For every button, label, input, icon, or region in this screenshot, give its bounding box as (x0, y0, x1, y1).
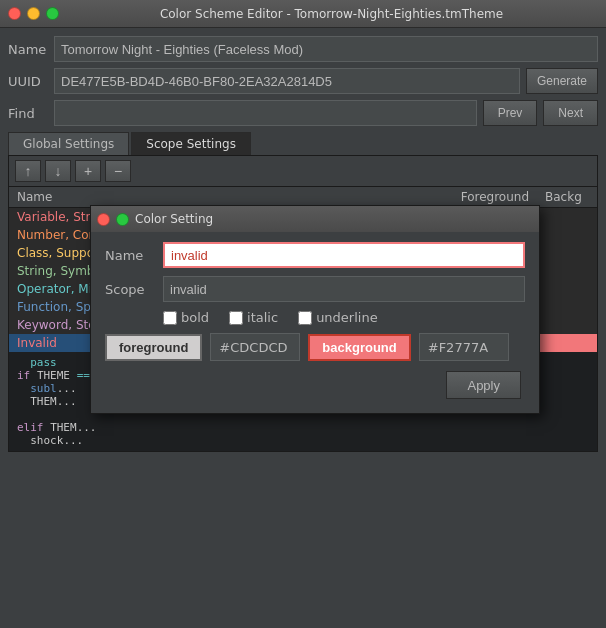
tab-global-settings[interactable]: Global Settings (8, 132, 129, 155)
row-bg (537, 280, 597, 298)
tabs: Global Settings Scope Settings (8, 132, 598, 155)
row-bg (537, 262, 597, 280)
find-input[interactable] (54, 100, 477, 126)
tab-scope-settings[interactable]: Scope Settings (131, 132, 251, 155)
underline-checkbox-label[interactable]: underline (298, 310, 378, 325)
name-row: Name (8, 36, 598, 62)
row-bg (537, 334, 597, 352)
bold-checkbox[interactable] (163, 311, 177, 325)
row-bg (537, 226, 597, 244)
generate-button[interactable]: Generate (526, 68, 598, 94)
bold-checkbox-label[interactable]: bold (163, 310, 209, 325)
window-title: Color Scheme Editor - Tomorrow-Night-Eig… (65, 7, 598, 21)
move-down-button[interactable]: ↓ (45, 160, 71, 182)
dialog-scope-row: Scope (105, 276, 525, 302)
name-label: Name (8, 42, 48, 57)
row-bg (537, 244, 597, 262)
find-label: Find (8, 106, 48, 121)
dialog-name-input[interactable] (163, 242, 525, 268)
move-up-button[interactable]: ↑ (15, 160, 41, 182)
dialog-titlebar: Color Setting (91, 206, 539, 232)
dialog-name-row: Name (105, 242, 525, 268)
row-bg (537, 208, 597, 227)
italic-checkbox[interactable] (229, 311, 243, 325)
background-button[interactable]: background (308, 334, 410, 361)
color-setting-dialog: Color Setting Name Scope bold i (90, 205, 540, 414)
add-button[interactable]: + (75, 160, 101, 182)
remove-button[interactable]: − (105, 160, 131, 182)
row-bg (537, 298, 597, 316)
row-bg (537, 316, 597, 334)
maximize-button[interactable] (46, 7, 59, 20)
dialog-close-button[interactable] (97, 213, 110, 226)
minimize-button[interactable] (27, 7, 40, 20)
find-row: Find Prev Next (8, 100, 598, 126)
uuid-input[interactable] (54, 68, 520, 94)
col-bg-header: Backg (537, 187, 597, 208)
dialog-name-label: Name (105, 248, 155, 263)
dialog-max-button (116, 213, 129, 226)
uuid-label: UUID (8, 74, 48, 89)
apply-button[interactable]: Apply (446, 371, 521, 399)
uuid-row: UUID Generate (8, 68, 598, 94)
foreground-button[interactable]: foreground (105, 334, 202, 361)
scope-toolbar: ↑ ↓ + − (9, 156, 597, 187)
checkbox-row: bold italic underline (163, 310, 525, 325)
prev-button[interactable]: Prev (483, 100, 538, 126)
fg-hex-value: #CDCDCD (210, 333, 300, 361)
next-button[interactable]: Next (543, 100, 598, 126)
titlebar: Color Scheme Editor - Tomorrow-Night-Eig… (0, 0, 606, 28)
dialog-scope-input[interactable] (163, 276, 525, 302)
underline-checkbox[interactable] (298, 311, 312, 325)
italic-checkbox-label[interactable]: italic (229, 310, 278, 325)
close-button[interactable] (8, 7, 21, 20)
bg-hex-value: #F2777A (419, 333, 509, 361)
name-input[interactable] (54, 36, 598, 62)
color-buttons-row: foreground #CDCDCD background #F2777A (105, 333, 525, 361)
dialog-body: Name Scope bold italic u (91, 232, 539, 413)
dialog-scope-label: Scope (105, 282, 155, 297)
dialog-title: Color Setting (135, 212, 213, 226)
dialog-footer: Apply (105, 371, 525, 403)
